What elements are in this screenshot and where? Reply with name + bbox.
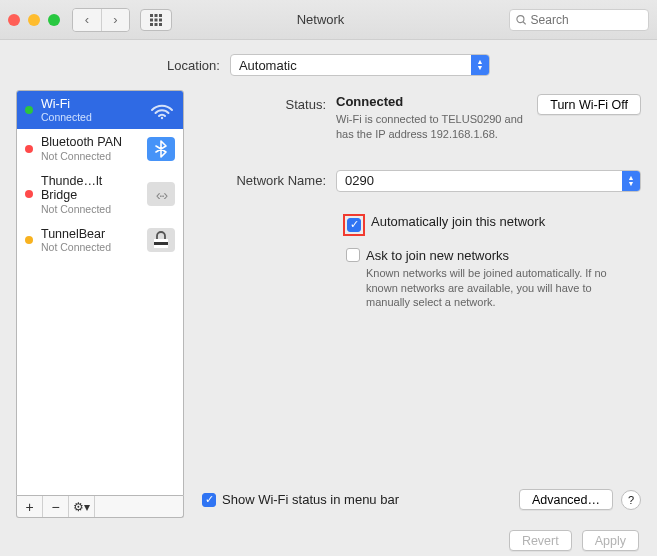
search-icon: [516, 14, 527, 26]
advanced-button[interactable]: Advanced…: [519, 489, 613, 510]
window-title: Network: [172, 12, 509, 27]
svg-rect-8: [159, 23, 162, 26]
back-button[interactable]: ‹: [73, 9, 101, 31]
chevron-updown-icon: ▲▼: [471, 55, 489, 75]
auto-join-checkbox[interactable]: [347, 218, 361, 232]
sidebar-item-thunderbolt[interactable]: Thunde…lt Bridge Not Connected ‹··›: [17, 168, 183, 221]
status-description: Wi-Fi is connected to TELUS0290 and has …: [336, 112, 523, 142]
service-status: Connected: [41, 111, 141, 123]
chevron-updown-icon: ▲▼: [622, 171, 640, 191]
show-status-menubar-checkbox[interactable]: [202, 493, 216, 507]
ask-join-checkbox[interactable]: [346, 248, 360, 262]
show-all-button[interactable]: [140, 9, 172, 31]
network-name-value: 0290: [345, 173, 374, 188]
lock-icon: [147, 228, 175, 252]
svg-line-10: [523, 21, 526, 24]
search-input[interactable]: [531, 13, 642, 27]
svg-rect-13: [154, 239, 168, 242]
status-dot: [25, 236, 33, 244]
svg-rect-1: [155, 14, 158, 17]
zoom-icon[interactable]: [48, 14, 60, 26]
nav-buttons: ‹ ›: [72, 8, 130, 32]
bluetooth-icon: [147, 137, 175, 161]
location-value: Automatic: [239, 58, 297, 73]
status-value: Connected: [336, 94, 523, 109]
detail-footer: Show Wi-Fi status in menu bar Advanced… …: [198, 489, 641, 510]
status-dot: [25, 190, 33, 198]
location-select[interactable]: Automatic ▲▼: [230, 54, 490, 76]
network-name-select[interactable]: 0290 ▲▼: [336, 170, 641, 192]
service-sidebar: Wi-Fi Connected Bluetooth PAN Not Connec…: [16, 90, 184, 518]
highlight-annotation: [343, 214, 365, 236]
sidebar-item-tunnelbear[interactable]: TunnelBear Not Connected: [17, 221, 183, 259]
svg-point-9: [517, 15, 524, 22]
sidebar-item-wifi[interactable]: Wi-Fi Connected: [17, 91, 183, 129]
location-row: Location: Automatic ▲▼: [0, 40, 657, 90]
ask-join-description: Known networks will be joined automatica…: [366, 266, 616, 311]
service-name: Thunde…lt Bridge: [41, 174, 139, 203]
service-status: Not Connected: [41, 203, 139, 215]
service-actions-button[interactable]: ⚙︎▾: [69, 496, 95, 517]
status-dot: [25, 106, 33, 114]
svg-rect-7: [155, 23, 158, 26]
ask-join-label: Ask to join new networks: [366, 248, 616, 263]
service-status: Not Connected: [41, 150, 139, 162]
turn-wifi-off-button[interactable]: Turn Wi-Fi Off: [537, 94, 641, 115]
grid-icon: [149, 13, 163, 27]
service-name: Wi-Fi: [41, 97, 141, 111]
remove-service-button[interactable]: −: [43, 496, 69, 517]
svg-rect-4: [155, 18, 158, 21]
svg-rect-6: [150, 23, 153, 26]
traffic-lights: [8, 14, 60, 26]
status-label: Status:: [198, 94, 336, 112]
svg-point-11: [161, 117, 163, 119]
sidebar-item-bluetooth[interactable]: Bluetooth PAN Not Connected: [17, 129, 183, 167]
search-field[interactable]: [509, 9, 649, 31]
add-service-button[interactable]: +: [17, 496, 43, 517]
close-icon[interactable]: [8, 14, 20, 26]
service-name: TunnelBear: [41, 227, 139, 241]
svg-rect-5: [159, 18, 162, 21]
wifi-icon: [149, 100, 175, 120]
auto-join-label: Automatically join this network: [371, 214, 545, 229]
show-status-menubar-label: Show Wi-Fi status in menu bar: [222, 492, 399, 507]
forward-button[interactable]: ›: [101, 9, 129, 31]
revert-button[interactable]: Revert: [509, 530, 572, 551]
service-status: Not Connected: [41, 241, 139, 253]
detail-panel: Status: Connected Wi-Fi is connected to …: [198, 90, 641, 518]
svg-rect-2: [159, 14, 162, 17]
svg-rect-3: [150, 18, 153, 21]
help-button[interactable]: ?: [621, 490, 641, 510]
status-dot: [25, 145, 33, 153]
service-name: Bluetooth PAN: [41, 135, 139, 149]
thunderbolt-icon: ‹··›: [147, 182, 175, 206]
main-content: Wi-Fi Connected Bluetooth PAN Not Connec…: [0, 90, 657, 530]
network-name-label: Network Name:: [198, 170, 336, 188]
sidebar-footer: + − ⚙︎▾: [16, 496, 184, 518]
minimize-icon[interactable]: [28, 14, 40, 26]
titlebar: ‹ › Network: [0, 0, 657, 40]
location-label: Location:: [167, 58, 220, 73]
service-list[interactable]: Wi-Fi Connected Bluetooth PAN Not Connec…: [16, 90, 184, 496]
apply-button[interactable]: Apply: [582, 530, 639, 551]
bottom-button-bar: Revert Apply: [0, 530, 657, 556]
svg-rect-14: [154, 245, 168, 248]
svg-rect-0: [150, 14, 153, 17]
